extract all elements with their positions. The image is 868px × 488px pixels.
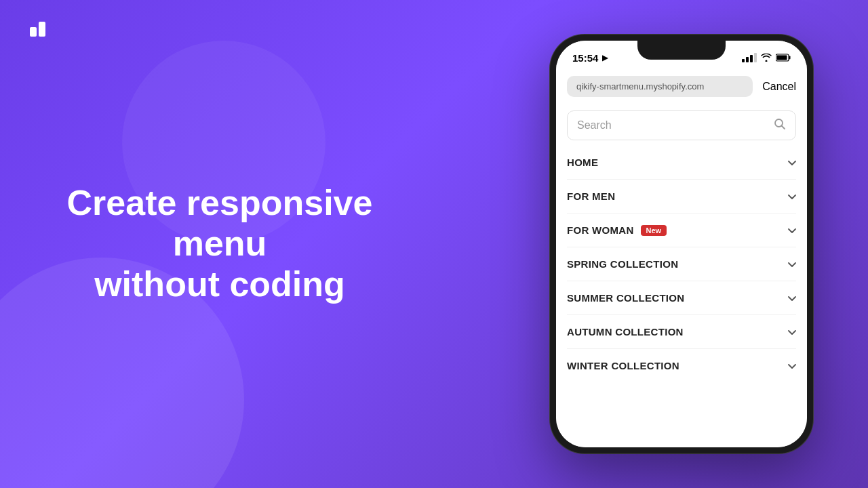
phone-screen: 15:54 ▶	[556, 41, 807, 447]
url-bar[interactable]: qikify-smartmenu.myshopify.com Cancel	[556, 70, 807, 102]
menu-item-label: SPRING COLLECTION	[567, 258, 678, 270]
menu-item-left: FOR MEN	[567, 190, 615, 202]
phone-mockup: 15:54 ▶	[549, 34, 814, 454]
menu-item[interactable]: WINTER COLLECTION	[567, 349, 796, 382]
chevron-down-icon	[788, 259, 796, 270]
search-placeholder: Search	[577, 119, 612, 131]
phone-frame: 15:54 ▶	[549, 34, 814, 454]
chevron-down-icon	[788, 293, 796, 304]
signal-icon	[742, 53, 757, 62]
menu-item-label: FOR MEN	[567, 190, 615, 202]
menu-item-left: WINTER COLLECTION	[567, 360, 679, 371]
logo-bar-short	[30, 27, 37, 37]
svg-rect-1	[789, 56, 791, 60]
left-content: Create responsive menu without coding	[30, 183, 410, 304]
new-badge: New	[641, 225, 667, 236]
search-icon	[774, 118, 786, 133]
headline: Create responsive menu without coding	[30, 183, 410, 304]
logo-bar-tall	[39, 22, 45, 37]
menu-item-left: SPRING COLLECTION	[567, 258, 678, 270]
chevron-down-icon	[788, 157, 796, 168]
menu-item[interactable]: AUTUMN COLLECTION	[567, 315, 796, 349]
menu-item-left: HOME	[567, 157, 598, 168]
menu-item-left: SUMMER COLLECTION	[567, 292, 684, 304]
menu-item[interactable]: FOR MEN	[567, 180, 796, 214]
menu-item-label: FOR WOMAN	[567, 224, 634, 236]
logo	[30, 22, 45, 37]
menu-item-left: FOR WOMANNew	[567, 224, 667, 236]
menu-item-label: WINTER COLLECTION	[567, 360, 679, 371]
phone-notch	[637, 41, 726, 60]
wifi-icon	[761, 54, 772, 62]
battery-icon	[776, 54, 791, 62]
menu-items: HOMEFOR MENFOR WOMANNewSPRING COLLECTION…	[556, 146, 807, 382]
chevron-down-icon	[788, 191, 796, 202]
location-icon: ▶	[602, 54, 608, 62]
svg-rect-2	[777, 56, 787, 60]
status-icons	[742, 53, 791, 62]
chevron-down-icon	[788, 327, 796, 338]
menu-item[interactable]: SPRING COLLECTION	[567, 247, 796, 281]
menu-item[interactable]: SUMMER COLLECTION	[567, 281, 796, 315]
cancel-button[interactable]: Cancel	[762, 81, 796, 93]
menu-item[interactable]: HOME	[567, 146, 796, 180]
menu-content: Search HOMEFOR MENFOR WOMANNewSPRING COL…	[556, 102, 807, 447]
svg-line-4	[782, 126, 785, 129]
menu-item-label: AUTUMN COLLECTION	[567, 326, 684, 338]
chevron-down-icon	[788, 225, 796, 236]
status-time: 15:54 ▶	[572, 52, 608, 64]
chevron-down-icon	[788, 361, 796, 371]
menu-item[interactable]: FOR WOMANNew	[567, 214, 796, 247]
menu-item-left: AUTUMN COLLECTION	[567, 326, 684, 338]
search-bar[interactable]: Search	[567, 110, 796, 140]
menu-item-label: SUMMER COLLECTION	[567, 292, 684, 304]
url-input[interactable]: qikify-smartmenu.myshopify.com	[567, 76, 753, 97]
menu-item-label: HOME	[567, 157, 598, 168]
